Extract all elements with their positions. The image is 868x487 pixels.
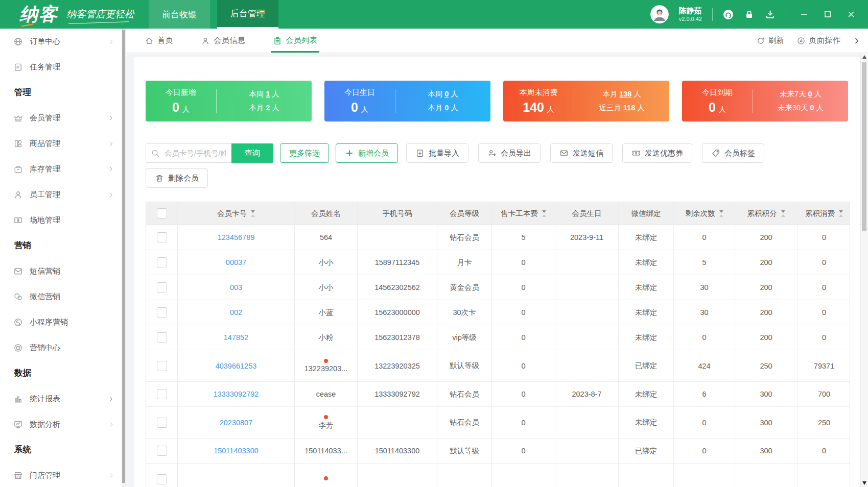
action-button-tag[interactable]: 会员标签 [702,143,764,163]
row-checkbox[interactable] [157,474,167,484]
member-card-link[interactable]: 15011403300 [214,447,259,455]
member-card-link[interactable]: 4039661253 [216,362,257,370]
scroll-down-arrow[interactable] [862,481,866,485]
member-card-link[interactable]: 147852 [224,333,248,342]
cell-value: 0 [822,447,826,455]
download-icon[interactable] [765,9,776,20]
column-header-consume: 累积消费 [797,202,850,225]
sidebar-item[interactable]: 门店管理 [0,462,126,487]
sidebar-item[interactable]: 短信营销 [0,258,126,284]
member-list-panel: 今日新增0人本周1人本月2人今日生日0人本周0人本月0人本周未消费140人本月1… [134,57,860,487]
action-button-userexport[interactable]: 会员导出 [478,143,541,163]
row-checkbox[interactable] [157,282,167,293]
cell-value: 0 [521,447,525,455]
cell-wechat: 未绑定 [619,382,674,406]
row-checkbox[interactable] [157,332,167,343]
chevron-right-icon[interactable] [853,37,861,45]
more-filter-button[interactable]: 更多筛选 [280,143,329,163]
cell-phone: 13333092792 [358,382,437,406]
page-action[interactable]: 刷新 [756,35,784,46]
member-card-link[interactable]: 003 [230,283,242,291]
sidebar-item-label: 订单中心 [30,37,60,46]
cell-value: 13333092792 [374,390,420,398]
sidebar-scrollbar-thumb[interactable] [122,30,125,483]
cell-wechat: 未绑定 [619,407,674,438]
sidebar-item[interactable]: 会员管理 [0,105,126,131]
action-button-mail[interactable]: 发送短信 [550,143,613,163]
sidebar-item[interactable]: 小程序营销 [0,309,126,335]
cell-consume: 0 [797,275,850,300]
sidebar-item-label: 短信营销 [30,266,60,276]
action-button-import[interactable]: 批量导入 [406,143,468,163]
row-select-cell [146,275,178,300]
cell-phone: 15623012378 [358,325,437,350]
delete-member-button[interactable]: 删除会员 [146,168,208,188]
minimize-button[interactable] [800,10,809,19]
sidebar-item[interactable]: 微信营销 [0,284,126,309]
row-checkbox[interactable] [157,361,167,371]
row-checkbox[interactable] [157,232,167,242]
sidebar-item[interactable]: 数据分析 [0,411,126,437]
top-tab-label: 后台管理 [230,8,265,19]
avatar[interactable] [650,5,669,23]
content-scrollbar-thumb[interactable] [862,62,866,231]
row-checkbox[interactable] [157,389,167,399]
cell-fee: 0 [492,382,555,406]
column-header-birthday: 会员生日 [555,202,619,225]
cell-value: 0 [822,333,826,342]
top-tab-0[interactable]: 前台收银 [149,0,210,29]
cell-points: 200 [735,325,797,350]
maximize-button[interactable] [823,10,832,19]
stat-card-right: 本月138人近三月118人 [574,87,669,115]
row-checkbox[interactable] [157,418,167,428]
sidebar-item[interactable]: 库存管理 [0,156,126,182]
action-button-coupon[interactable]: 发送优惠券 [622,143,692,163]
stat-line-label: 未来7天 [780,90,806,98]
member-card-link[interactable]: 123456789 [218,233,255,241]
row-checkbox[interactable] [157,307,167,318]
scroll-up-arrow[interactable] [862,55,866,59]
cell-value: 30 [700,283,708,291]
cell-card: 00037 [178,250,295,275]
stat-line: 本周0人 [395,87,490,101]
member-card-link[interactable]: 002 [230,308,242,316]
sidebar-item[interactable]: 员工管理 [0,182,126,207]
row-checkbox[interactable] [157,257,167,267]
stat-line-value: 138 [619,90,631,98]
page-tab[interactable]: 会员列表 [273,29,317,53]
customer-service-icon[interactable] [723,9,734,20]
sidebar-item[interactable]: 任务管理 [0,54,126,80]
select-all-checkbox[interactable] [157,208,167,218]
close-button[interactable] [847,10,856,19]
stat-line-label: 本月 [602,90,617,98]
page-tab[interactable]: 首页 [145,29,173,53]
sort-control[interactable] [781,210,785,217]
row-checkbox[interactable] [157,446,167,456]
sidebar-item[interactable]: 营销中心 [0,335,126,360]
page-action[interactable]: 页面操作 [796,35,840,46]
sort-control[interactable] [251,210,255,217]
lock-icon[interactable] [744,9,755,20]
page-tab[interactable]: 会员信息 [201,29,245,53]
cell-fee: 0 [492,300,555,325]
member-card-link[interactable]: 00037 [226,258,246,266]
search-button[interactable]: 查询 [231,143,273,163]
sidebar-item[interactable]: 商品管理 [0,131,126,156]
table-row: 003小小14562302562黄金会员0未绑定302000 [146,275,850,300]
sidebar-item[interactable]: 场地管理 [0,207,126,233]
sidebar-item[interactable]: 订单中心 [0,29,126,54]
stat-card: 今日生日0人本周0人本月0人 [324,81,490,121]
stat-card-left: 今日生日0人 [324,88,395,115]
sidebar-item-label: 场地管理 [30,215,60,225]
sort-control[interactable] [542,210,546,217]
top-tab-label: 前台收银 [162,9,197,20]
member-card-link[interactable]: 13333092792 [214,390,259,398]
cell-consume: 250 [797,407,850,438]
top-tab-1[interactable]: 后台管理 [217,0,278,29]
sort-control[interactable] [839,210,843,217]
sidebar-item[interactable]: 统计报表 [0,386,126,411]
add-member-button[interactable]: 新增会员 [336,143,398,163]
member-card-link[interactable]: 20230807 [220,419,253,427]
cell-value: 未绑定 [635,418,658,427]
sort-control[interactable] [719,210,723,217]
